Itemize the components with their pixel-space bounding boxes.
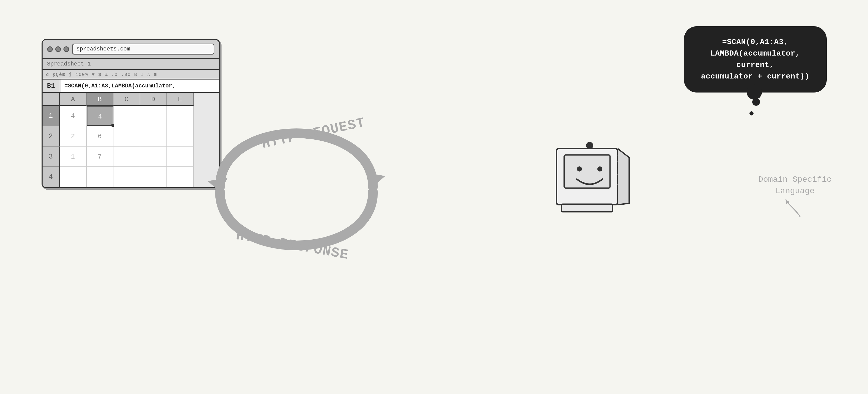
robot: [546, 108, 633, 215]
address-bar[interactable]: [72, 43, 214, 55]
col-header-A: A: [60, 93, 87, 106]
arrows-container: HTTP REQUEST HTTP RESPONSE: [199, 90, 393, 284]
thought-formula: =SCAN(0,A1:A3, LAMBDA(accumulator, curre…: [701, 38, 810, 81]
row-header-4: 4: [42, 167, 60, 187]
cell-A4[interactable]: [60, 167, 87, 187]
table-row: 4: [42, 167, 219, 187]
thought-dot-small: [749, 111, 753, 116]
dsl-label: Domain Specific Language: [758, 174, 832, 219]
dsl-arrow: [785, 199, 805, 219]
cell-E3[interactable]: [167, 146, 194, 167]
cell-C2[interactable]: [114, 126, 140, 146]
table-row: 1 4 4: [42, 106, 219, 126]
spreadsheet-grid: A B C D E 1 4 4 2 2: [42, 93, 219, 187]
cell-D1[interactable]: [140, 106, 167, 126]
cell-B3[interactable]: 7: [87, 146, 114, 167]
cell-C3[interactable]: [114, 146, 140, 167]
sheet-tab[interactable]: Spreadsheet 1: [42, 59, 219, 70]
row-header-3: 3: [42, 146, 60, 167]
col-header-E: E: [167, 93, 194, 106]
corner-cell: [42, 93, 60, 106]
cell-E2[interactable]: [167, 126, 194, 146]
cell-E1[interactable]: [167, 106, 194, 126]
maximize-dot[interactable]: [63, 46, 69, 52]
table-row: 2 2 6: [42, 126, 219, 146]
browser-window: Spreadsheet 1 ɑ ʂÇẽ⊡ ʄ 100% ▼ $ % .0 .00…: [41, 39, 220, 188]
cell-B1[interactable]: 4: [87, 106, 114, 126]
cell-C1[interactable]: [114, 106, 140, 126]
row-header-1: 1: [42, 106, 60, 126]
cell-D4[interactable]: [140, 167, 167, 187]
minimize-dot[interactable]: [55, 46, 61, 52]
row-header-2: 2: [42, 126, 60, 146]
formula-content: =SCAN(0,A1:A3,LAMBDA(accumulator,: [60, 80, 180, 92]
col-header-B: B: [87, 93, 114, 106]
svg-point-4: [577, 166, 582, 171]
toolbar-icons: ɑ ʂÇẽ⊡ ʄ 100% ▼ $ % .0 .00 B I △ ⊟: [46, 72, 157, 77]
sheet-tab-label: Spreadsheet 1: [47, 61, 91, 67]
svg-point-6: [586, 142, 593, 149]
browser-titlebar: [42, 40, 219, 59]
robot-svg: [546, 108, 633, 215]
fill-handle[interactable]: [111, 124, 114, 127]
svg-rect-13: [562, 204, 613, 212]
col-header-D: D: [140, 93, 167, 106]
grid-header-row: A B C D E: [42, 93, 219, 106]
svg-point-5: [597, 166, 602, 171]
thought-bubble: =SCAN(0,A1:A3, LAMBDA(accumulator, curre…: [684, 26, 827, 93]
thought-cloud: =SCAN(0,A1:A3, LAMBDA(accumulator, curre…: [684, 26, 827, 93]
cell-A2[interactable]: 2: [60, 126, 87, 146]
svg-rect-3: [564, 155, 610, 188]
cell-D2[interactable]: [140, 126, 167, 146]
cell-A3[interactable]: 1: [60, 146, 87, 167]
dsl-text: Domain Specific Language: [758, 175, 832, 196]
cell-B2[interactable]: 6: [87, 126, 114, 146]
cell-C4[interactable]: [114, 167, 140, 187]
toolbar: ɑ ʂÇẽ⊡ ʄ 100% ▼ $ % .0 .00 B I △ ⊟: [42, 70, 219, 79]
cell-A1[interactable]: 4: [60, 106, 87, 126]
formula-bar: B1 =SCAN(0,A1:A3,LAMBDA(accumulator,: [42, 79, 219, 93]
close-dot[interactable]: [47, 46, 53, 52]
cell-B4[interactable]: [87, 167, 114, 187]
col-header-C: C: [114, 93, 140, 106]
cell-reference: B1: [42, 79, 60, 92]
table-row: 3 1 7: [42, 146, 219, 167]
traffic-lights: [47, 46, 69, 52]
cell-E4[interactable]: [167, 167, 194, 187]
cell-D3[interactable]: [140, 146, 167, 167]
scene: Spreadsheet 1 ɑ ʂÇẽ⊡ ʄ 100% ▼ $ % .0 .00…: [26, 19, 842, 375]
